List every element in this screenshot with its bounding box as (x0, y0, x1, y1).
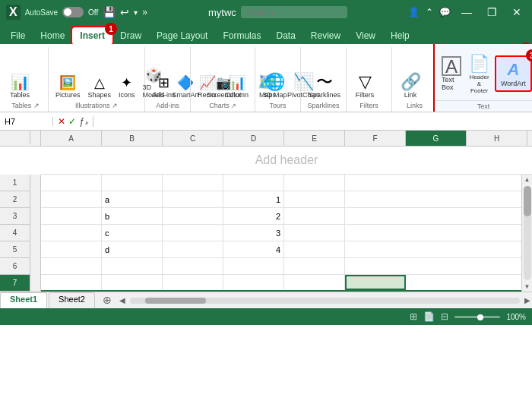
scroll-down-btn[interactable]: ▼ (523, 282, 532, 292)
cell-f5[interactable] (345, 241, 406, 257)
cell-f3[interactable] (345, 208, 406, 224)
sparklines-btn[interactable]: 〜 Sparklines (306, 72, 344, 100)
tab-help[interactable]: Help (383, 27, 417, 44)
text-box-btn[interactable]: A Text Box (439, 55, 464, 93)
header-footer-btn[interactable]: 📄 Header & Footer (467, 52, 492, 96)
addins-btn[interactable]: ⊞ Add-ins (150, 73, 178, 100)
cell-c2[interactable] (163, 191, 223, 207)
hscroll-thumb[interactable] (145, 298, 206, 304)
page-break-btn[interactable]: ⊟ (441, 311, 448, 322)
cell-b7[interactable] (102, 275, 163, 290)
maximize-button[interactable]: ❐ (483, 5, 502, 20)
add-header-text[interactable]: Add header (41, 147, 532, 174)
cell-e5[interactable] (284, 241, 345, 257)
cell-c4[interactable] (163, 225, 223, 241)
charts-expand-icon[interactable]: ↗ (231, 102, 236, 109)
insert-function-icon[interactable]: ƒₓ (79, 116, 88, 127)
tab-file[interactable]: File (3, 27, 33, 44)
add-sheet-button[interactable]: ⊕ (97, 292, 118, 308)
tab-review[interactable]: Review (303, 27, 348, 44)
tab-draw[interactable]: Draw (112, 27, 149, 44)
cell-d6[interactable] (223, 258, 284, 274)
bar-chart-btn[interactable]: 📊 Column (223, 73, 251, 100)
tab-insert[interactable]: Insert 1 (72, 27, 112, 44)
pictures-btn[interactable]: 🖼️ Pictures (53, 73, 83, 100)
cell-e4[interactable] (284, 225, 345, 241)
cell-a4[interactable] (41, 225, 102, 241)
vertical-scrollbar[interactable]: ▲ ▼ (521, 175, 532, 292)
hscroll-left-btn[interactable]: ◀ (118, 296, 127, 304)
share-icon[interactable]: 👤 (408, 7, 420, 17)
zoom-level[interactable]: 100% (506, 313, 526, 321)
comments-icon[interactable]: 💬 (439, 7, 451, 17)
scroll-track[interactable] (524, 186, 531, 280)
sheet-tab-sheet1[interactable]: Sheet1 (0, 292, 47, 308)
cell-c3[interactable] (163, 208, 223, 224)
cell-c6[interactable] (163, 258, 223, 274)
cell-reference[interactable]: H7 (0, 117, 53, 126)
cell-a7[interactable] (41, 275, 102, 290)
cancel-formula-icon[interactable]: ✕ (58, 116, 65, 127)
cell-c1[interactable] (163, 175, 223, 191)
cell-c5[interactable] (163, 241, 223, 257)
tables-btn[interactable]: 📊 Tables (8, 71, 32, 100)
tab-formulas[interactable]: Formulas (215, 27, 268, 44)
cell-b5[interactable]: d (102, 241, 163, 257)
hscroll-track[interactable] (130, 298, 520, 304)
wordart-btn[interactable]: A WordArt (495, 55, 532, 92)
grid-area[interactable]: a 1 b 2 c (30, 175, 532, 292)
shapes-btn[interactable]: △ Shapes (86, 73, 114, 100)
cell-b4[interactable]: c (102, 225, 163, 241)
icons-btn[interactable]: ✦ Icons (116, 73, 138, 100)
cell-a5[interactable] (41, 241, 102, 257)
formula-input[interactable] (93, 117, 532, 126)
cell-d7[interactable] (223, 275, 284, 290)
cell-e6[interactable] (284, 258, 345, 274)
scroll-up-btn[interactable]: ▲ (523, 175, 532, 184)
cell-b3[interactable]: b (102, 208, 163, 224)
tab-page-layout[interactable]: Page Layout (149, 27, 215, 44)
cell-e3[interactable] (284, 208, 345, 224)
cell-g7-selected[interactable] (345, 275, 406, 290)
cell-a6[interactable] (41, 258, 102, 274)
autosave-toggle[interactable] (62, 7, 84, 17)
cell-e1[interactable] (284, 175, 345, 191)
cell-b6[interactable] (102, 258, 163, 274)
scroll-thumb[interactable] (524, 186, 531, 216)
undo-dropdown-icon[interactable]: ▾ (134, 8, 138, 17)
confirm-formula-icon[interactable]: ✓ (68, 116, 76, 127)
cell-d4[interactable]: 3 (223, 225, 284, 241)
cell-d5[interactable]: 4 (223, 241, 284, 257)
minimize-button[interactable]: — (457, 5, 477, 20)
cell-e7[interactable] (284, 275, 345, 290)
customize-icon[interactable]: » (142, 7, 147, 17)
filters-btn[interactable]: ▽ Filters (351, 72, 378, 100)
cell-b1[interactable] (102, 175, 163, 191)
cell-f6[interactable] (345, 258, 406, 274)
tab-home[interactable]: Home (33, 27, 72, 44)
zoom-thumb[interactable] (477, 314, 483, 320)
cell-a1[interactable] (41, 175, 102, 191)
sheet-tab-sheet2[interactable]: Sheet2 (49, 292, 95, 308)
cell-d3[interactable]: 2 (223, 208, 284, 224)
tab-data[interactable]: Data (268, 27, 302, 44)
save-icon[interactable]: 💾 (103, 6, 116, 18)
undo-icon[interactable]: ↩ (120, 6, 129, 18)
cell-b2[interactable]: a (102, 191, 163, 207)
cell-d1[interactable] (223, 175, 284, 191)
cell-d2[interactable]: 1 (223, 191, 284, 207)
recommended-charts-btn[interactable]: 📈 Recm. (195, 73, 220, 100)
cell-c7[interactable] (163, 275, 223, 290)
3d-map-btn[interactable]: 🌐 3D Map (260, 72, 290, 100)
close-button[interactable]: ✕ (508, 5, 526, 20)
hscroll-right-btn[interactable]: ▶ (523, 296, 532, 304)
tab-view[interactable]: View (348, 27, 383, 44)
cell-a2[interactable] (41, 191, 102, 207)
ribbon-toggle-icon[interactable]: ⌃ (426, 7, 433, 17)
normal-view-btn[interactable]: ⊞ (410, 311, 417, 322)
cell-a3[interactable] (41, 208, 102, 224)
page-layout-btn[interactable]: 📄 (423, 311, 435, 322)
cell-f1[interactable] (345, 175, 406, 191)
link-btn[interactable]: 🔗 Link (397, 72, 424, 100)
cell-f2[interactable] (345, 191, 406, 207)
